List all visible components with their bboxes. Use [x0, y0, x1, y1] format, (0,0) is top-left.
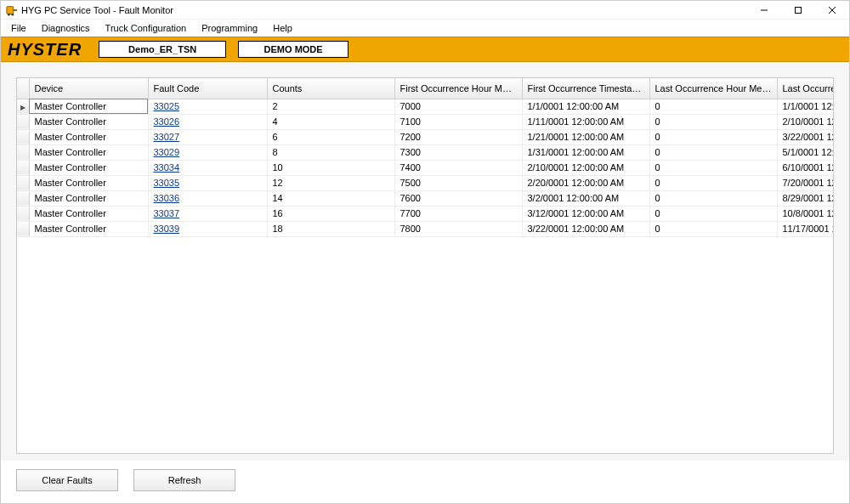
fault-code-link[interactable]: 33034 [154, 162, 180, 173]
title-bar: HYG PC Service Tool - Fault Monitor [1, 1, 849, 20]
fault-code-link[interactable]: 33026 [154, 116, 180, 127]
cell-fault-code[interactable]: 33025 [148, 99, 267, 114]
mode-label: DEMO MODE [238, 41, 348, 58]
row-selector[interactable] [17, 144, 29, 160]
row-selector[interactable] [17, 129, 29, 144]
cell-last-hour: 0 [649, 206, 777, 221]
cell-last-hour: 0 [649, 144, 777, 160]
menu-file[interactable]: File [4, 21, 33, 35]
cell-counts: 12 [267, 175, 394, 190]
row-selector[interactable]: ▶ [17, 99, 29, 114]
cell-counts: 10 [267, 160, 394, 175]
row-selector[interactable] [17, 206, 29, 221]
fault-code-link[interactable]: 33025 [154, 101, 180, 111]
cell-device: Master Controller [29, 144, 148, 160]
row-selector[interactable] [17, 175, 29, 190]
col-last-ts[interactable]: Last Occurrence Timestamp [777, 78, 834, 99]
cell-fault-code[interactable]: 33039 [148, 221, 267, 236]
table-row[interactable]: Master Controller330351275002/20/0001 12… [17, 175, 834, 190]
table-row[interactable]: Master Controller33029873001/31/0001 12:… [17, 144, 834, 160]
app-window: HYG PC Service Tool - Fault Monitor File… [0, 0, 850, 504]
brand-strip: HYSTER Demo_ER_TSN DEMO MODE [1, 37, 849, 62]
cell-last-hour: 0 [649, 160, 777, 175]
table-row[interactable]: Master Controller330361476003/2/0001 12:… [17, 190, 834, 206]
cell-first-hour: 7100 [394, 114, 522, 129]
row-selector[interactable] [17, 114, 29, 129]
refresh-button[interactable]: Refresh [133, 469, 235, 491]
cell-last-hour: 0 [649, 129, 777, 144]
cell-fault-code[interactable]: 33036 [148, 190, 267, 206]
cell-counts: 8 [267, 144, 394, 160]
cell-last-ts: 7/20/0001 12:00:00 AM [777, 175, 834, 190]
menu-help[interactable]: Help [266, 21, 299, 35]
config-name-field[interactable]: Demo_ER_TSN [99, 41, 226, 58]
cell-last-ts: 8/29/0001 12:00:00 AM [777, 190, 834, 206]
menu-diagnostics[interactable]: Diagnostics [35, 21, 97, 35]
cell-first-hour: 7400 [394, 160, 522, 175]
row-selector[interactable] [17, 221, 29, 236]
svg-point-2 [8, 13, 10, 15]
svg-point-3 [12, 13, 14, 15]
col-counts[interactable]: Counts [267, 78, 394, 99]
cell-fault-code[interactable]: 33035 [148, 175, 267, 190]
cell-first-hour: 7300 [394, 144, 522, 160]
col-device[interactable]: Device [29, 78, 148, 99]
fault-code-link[interactable]: 33039 [154, 224, 180, 234]
cell-first-hour: 7600 [394, 190, 522, 206]
cell-counts: 18 [267, 221, 394, 236]
row-selector-header [17, 78, 29, 99]
cell-first-ts: 2/20/0001 12:00:00 AM [522, 175, 649, 190]
cell-device: Master Controller [29, 114, 148, 129]
brand-logo: HYSTER [8, 40, 87, 59]
cell-first-hour: 7200 [394, 129, 522, 144]
cell-counts: 14 [267, 190, 394, 206]
cell-last-ts: 11/17/0001 12:00:00 AM [777, 221, 834, 236]
table-row[interactable]: Master Controller33026471001/11/0001 12:… [17, 114, 834, 129]
table-row[interactable]: Master Controller330341074002/10/0001 12… [17, 160, 834, 175]
col-last-hour[interactable]: Last Occurrence Hour Meter [649, 78, 777, 99]
menu-programming[interactable]: Programming [195, 21, 264, 35]
minimize-button[interactable] [747, 1, 781, 19]
cell-fault-code[interactable]: 33034 [148, 160, 267, 175]
fault-code-link[interactable]: 33027 [154, 132, 180, 142]
svg-rect-0 [7, 6, 14, 14]
table-row[interactable]: Master Controller330391878003/22/0001 12… [17, 221, 834, 236]
cell-device: Master Controller [29, 221, 148, 236]
cell-fault-code[interactable]: 33029 [148, 144, 267, 160]
fault-code-link[interactable]: 33029 [154, 147, 180, 157]
fault-code-link[interactable]: 33037 [154, 208, 180, 218]
maximize-button[interactable] [781, 1, 815, 19]
fault-table[interactable]: Device Fault Code Counts First Occurrenc… [17, 78, 834, 237]
col-first-ts[interactable]: First Occurrence Timestamp [522, 78, 649, 99]
row-selector[interactable] [17, 160, 29, 175]
cell-last-ts: 5/1/0001 12:00:00 AM [777, 144, 834, 160]
clear-faults-button[interactable]: Clear Faults [16, 469, 118, 491]
cell-first-hour: 7700 [394, 206, 522, 221]
row-selector[interactable] [17, 190, 29, 206]
cell-last-ts: 6/10/0001 12:00:00 AM [777, 160, 834, 175]
cell-first-ts: 1/21/0001 12:00:00 AM [522, 129, 649, 144]
fault-code-link[interactable]: 33035 [154, 178, 180, 188]
table-row[interactable]: ▶Master Controller33025270001/1/0001 12:… [17, 99, 834, 114]
cell-counts: 2 [267, 99, 394, 114]
cell-last-ts: 1/1/0001 12:00:00 AM [777, 99, 834, 114]
close-button[interactable] [815, 1, 849, 19]
cell-last-hour: 0 [649, 175, 777, 190]
cell-fault-code[interactable]: 33037 [148, 206, 267, 221]
cell-first-ts: 1/11/0001 12:00:00 AM [522, 114, 649, 129]
table-row[interactable]: Master Controller33027672001/21/0001 12:… [17, 129, 834, 144]
cell-fault-code[interactable]: 33027 [148, 129, 267, 144]
cell-device: Master Controller [29, 129, 148, 144]
menu-truck-config[interactable]: Truck Configuration [99, 21, 194, 35]
fault-code-link[interactable]: 33036 [154, 193, 180, 203]
svg-rect-4 [796, 7, 802, 13]
window-title: HYG PC Service Tool - Fault Monitor [21, 5, 173, 15]
app-icon [6, 4, 18, 16]
cell-fault-code[interactable]: 33026 [148, 114, 267, 129]
col-first-hour[interactable]: First Occurrence Hour Meter [394, 78, 522, 99]
cell-device: Master Controller [29, 175, 148, 190]
col-code[interactable]: Fault Code [148, 78, 267, 99]
table-row[interactable]: Master Controller330371677003/12/0001 12… [17, 206, 834, 221]
cell-last-ts: 3/22/0001 12:00:00 AM [777, 129, 834, 144]
cell-device: Master Controller [29, 160, 148, 175]
